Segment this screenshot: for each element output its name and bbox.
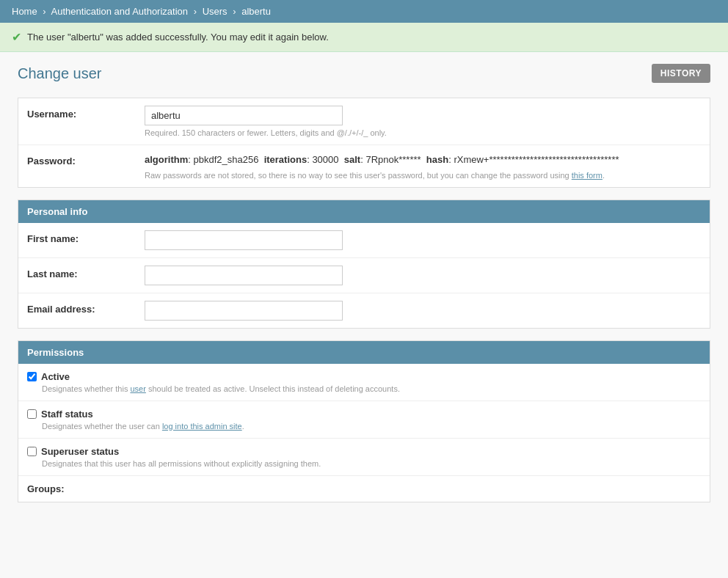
breadcrumb-sep1: ›	[43, 6, 46, 17]
staff-checkbox[interactable]	[27, 409, 37, 419]
email-field-row: Email address:	[18, 293, 710, 328]
password-field-content: algorithm: pbkdf2_sha256 iterations: 300…	[145, 153, 701, 180]
iterations-value: 30000	[312, 154, 338, 165]
superuser-checkbox[interactable]	[27, 447, 37, 456]
superuser-label[interactable]: Superuser status	[27, 446, 701, 457]
username-label: Username:	[27, 106, 145, 120]
last-name-field-row: Last name:	[18, 258, 710, 293]
username-field-row: Username: Required. 150 characters or fe…	[18, 98, 710, 145]
iterations-label: iterations	[264, 154, 307, 165]
breadcrumb-sep3: ›	[233, 6, 236, 17]
first-name-input[interactable]	[145, 230, 343, 250]
last-name-field-content	[145, 266, 701, 285]
breadcrumb-sep2: ›	[194, 6, 197, 17]
groups-field: Groups:	[18, 476, 710, 502]
breadcrumb-home[interactable]: Home	[12, 6, 37, 17]
title-row: Change user HISTORY	[18, 64, 710, 83]
success-icon: ✔	[12, 30, 21, 44]
password-help-prefix: Raw passwords are not stored, so there i…	[145, 171, 572, 180]
username-input[interactable]	[145, 106, 343, 125]
active-help: Designates whether this user should be t…	[42, 384, 701, 393]
first-name-label: First name:	[27, 230, 145, 244]
email-label: Email address:	[27, 301, 145, 315]
superuser-label-text: Superuser status	[41, 446, 119, 457]
email-input[interactable]	[145, 301, 343, 321]
staff-label-text: Staff status	[41, 409, 93, 420]
staff-help-suffix: .	[242, 422, 244, 431]
salt-label: salt	[344, 154, 360, 165]
algorithm-label: algorithm	[145, 154, 188, 165]
breadcrumb-section[interactable]: Authentication and Authorization	[51, 6, 188, 17]
staff-field: Staff status Designates whether the user…	[18, 401, 710, 439]
hash-value: rXmew+**********************************…	[454, 154, 619, 165]
breadcrumb-current-user: albertu	[241, 6, 271, 17]
first-name-field-row: First name:	[18, 223, 710, 258]
active-field: Active Designates whether this user shou…	[18, 364, 710, 401]
username-field-content: Required. 150 characters or fewer. Lette…	[145, 106, 701, 137]
active-label[interactable]: Active	[27, 371, 701, 382]
password-change-link[interactable]: this form	[572, 171, 603, 180]
password-display: algorithm: pbkdf2_sha256 iterations: 300…	[145, 153, 701, 168]
active-label-text: Active	[41, 371, 70, 382]
staff-help-link[interactable]: log into this admin site	[162, 422, 242, 431]
hash-label: hash	[426, 154, 448, 165]
staff-label[interactable]: Staff status	[27, 409, 701, 420]
personal-info-section: Personal info First name: Last name: Ema…	[18, 200, 710, 329]
active-help-user-link[interactable]: user	[130, 384, 145, 393]
permissions-section: Permissions Active Designates whether th…	[18, 340, 710, 502]
page-title: Change user	[18, 65, 102, 82]
breadcrumb-users[interactable]: Users	[203, 6, 228, 17]
salt-value: 7Rpnok******	[365, 154, 421, 165]
staff-help-prefix: Designates whether the user can	[42, 422, 162, 431]
first-name-field-content	[145, 230, 701, 250]
main-content: Change user HISTORY Username: Required. …	[0, 52, 728, 526]
staff-help: Designates whether the user can log into…	[42, 422, 701, 431]
superuser-field: Superuser status Designates that this us…	[18, 439, 710, 476]
history-button[interactable]: HISTORY	[652, 64, 710, 83]
personal-info-header: Personal info	[18, 200, 710, 223]
success-message: ✔ The user "albertu" was added successfu…	[0, 23, 728, 52]
email-field-content	[145, 301, 701, 321]
permissions-header: Permissions	[18, 341, 710, 364]
password-help-suffix: .	[603, 171, 605, 180]
last-name-input[interactable]	[145, 266, 343, 285]
password-label: Password:	[27, 153, 145, 167]
username-help: Required. 150 characters or fewer. Lette…	[145, 128, 701, 137]
algorithm-value: pbkdf2_sha256	[193, 154, 258, 165]
success-text: The user "albertu" was added successfull…	[27, 32, 329, 43]
active-checkbox[interactable]	[27, 372, 37, 381]
password-help: Raw passwords are not stored, so there i…	[145, 171, 701, 180]
user-credentials-section: Username: Required. 150 characters or fe…	[18, 98, 710, 188]
groups-label: Groups:	[27, 483, 701, 494]
password-field-row: Password: algorithm: pbkdf2_sha256 itera…	[18, 145, 710, 187]
superuser-help: Designates that this user has all permis…	[42, 459, 701, 468]
last-name-label: Last name:	[27, 266, 145, 279]
breadcrumb: Home › Authentication and Authorization …	[0, 0, 728, 23]
